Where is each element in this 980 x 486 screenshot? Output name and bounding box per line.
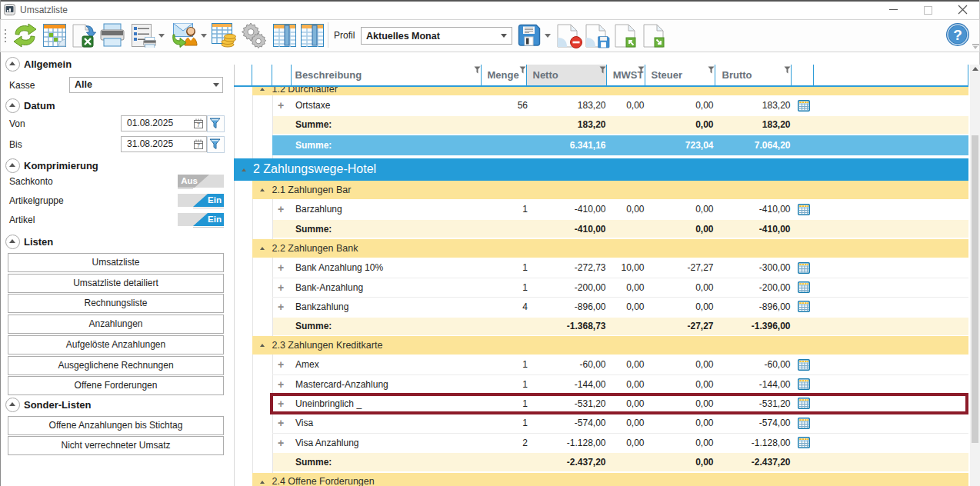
svg-text:?: ? xyxy=(953,27,962,43)
